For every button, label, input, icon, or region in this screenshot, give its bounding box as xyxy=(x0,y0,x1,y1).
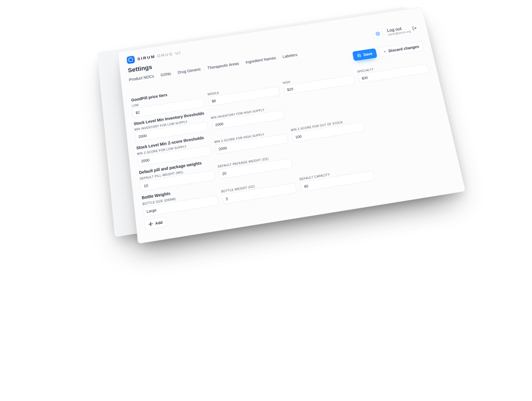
tab-therapeutic-areas[interactable]: Therapeutic Areas xyxy=(207,61,239,70)
discard-button-label: Discard changes xyxy=(388,44,420,53)
add-bottle-label: Add xyxy=(155,220,163,225)
save-icon xyxy=(357,53,362,57)
save-button-label: Save xyxy=(363,51,373,57)
tab-drug-generic[interactable]: Drug Generic xyxy=(177,67,201,75)
brand-name-suffix: DRUG UI xyxy=(157,50,181,58)
tab-gsns[interactable]: GSNs xyxy=(160,72,171,77)
tab-product-ndcs[interactable]: Product NDCs xyxy=(129,74,154,82)
logout-icon xyxy=(412,26,417,31)
tab-ingredient-names[interactable]: Ingredient Names xyxy=(245,56,276,65)
tab-labelers[interactable]: Labelers xyxy=(282,52,298,59)
brand-name-main: SIRUM xyxy=(137,54,156,61)
settings-gear-button[interactable] xyxy=(372,29,383,39)
plus-icon xyxy=(148,222,153,226)
save-button[interactable]: Save xyxy=(352,48,377,61)
close-icon xyxy=(383,50,387,53)
gear-icon xyxy=(375,31,381,36)
brand-logo-icon xyxy=(126,55,135,64)
add-bottle-button[interactable]: Add xyxy=(144,217,167,230)
logout-button[interactable]: Log out name@sirum.org xyxy=(384,23,420,37)
svg-point-0 xyxy=(377,33,379,34)
